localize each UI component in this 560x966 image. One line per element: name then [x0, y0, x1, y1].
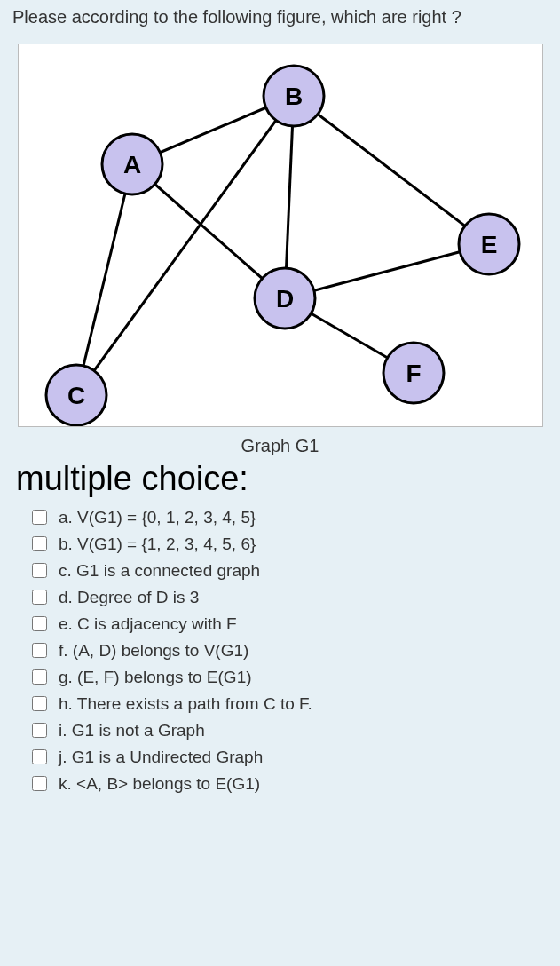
options-list: a. V(G1) = {0, 1, 2, 3, 4, 5} b. V(G1) =… — [12, 507, 548, 794]
option-k-label: k. <A, B> belongs to E(G1) — [59, 774, 260, 794]
option-h: h. There exists a path from C to F. — [28, 693, 548, 714]
option-a-label: a. V(G1) = {0, 1, 2, 3, 4, 5} — [59, 508, 256, 527]
option-k-checkbox[interactable] — [32, 776, 47, 791]
page: Please according to the following figure… — [0, 0, 560, 807]
svg-line-1 — [76, 164, 132, 395]
option-b: b. V(G1) = {1, 2, 3, 4, 5, 6} — [28, 534, 548, 554]
option-d: d. Degree of D is 3 — [28, 587, 548, 607]
option-b-checkbox[interactable] — [32, 536, 47, 551]
option-a-checkbox[interactable] — [32, 510, 47, 525]
option-f: f. (A, D) belongs to V(G1) — [28, 640, 548, 661]
option-i: i. G1 is not a Graph — [28, 720, 548, 740]
nodes: A B C D E F — [46, 66, 519, 425]
option-g: g. (E, F) belongs to E(G1) — [28, 667, 548, 687]
question-text: Please according to the following figure… — [12, 7, 548, 28]
node-b-label: B — [284, 83, 302, 110]
option-d-checkbox[interactable] — [32, 590, 47, 605]
option-f-label: f. (A, D) belongs to V(G1) — [59, 641, 248, 661]
option-j: j. G1 is a Undirected Graph — [28, 747, 548, 767]
graph-figure: A B C D E F — [18, 44, 543, 427]
option-e: e. C is adjacency with F — [28, 614, 548, 634]
node-c-label: C — [67, 382, 84, 409]
option-i-label: i. G1 is not a Graph — [59, 721, 205, 740]
option-h-label: h. There exists a path from C to F. — [59, 694, 312, 714]
option-h-checkbox[interactable] — [32, 696, 47, 711]
node-f-label: F — [406, 360, 421, 387]
node-e-label: E — [480, 231, 497, 258]
option-k: k. <A, B> belongs to E(G1) — [28, 773, 548, 794]
node-d-label: D — [275, 285, 293, 313]
option-e-checkbox[interactable] — [32, 616, 47, 631]
option-c-label: c. G1 is a connected graph — [59, 561, 260, 581]
option-j-label: j. G1 is a Undirected Graph — [59, 748, 263, 767]
option-b-label: b. V(G1) = {1, 2, 3, 4, 5, 6} — [59, 534, 256, 554]
option-g-checkbox[interactable] — [32, 669, 47, 685]
option-d-label: d. Degree of D is 3 — [59, 588, 199, 607]
option-a: a. V(G1) = {0, 1, 2, 3, 4, 5} — [28, 507, 548, 527]
figure-caption: Graph G1 — [12, 436, 548, 456]
svg-line-5 — [294, 96, 489, 244]
option-e-label: e. C is adjacency with F — [59, 614, 237, 634]
multiple-choice-title: multiple choice: — [16, 460, 548, 498]
graph-svg: A B C D E F — [19, 44, 542, 426]
option-j-checkbox[interactable] — [32, 749, 47, 764]
option-c-checkbox[interactable] — [32, 563, 47, 578]
option-f-checkbox[interactable] — [32, 643, 47, 658]
node-a-label: A — [122, 151, 140, 178]
option-c: c. G1 is a connected graph — [28, 560, 548, 581]
svg-line-6 — [285, 244, 489, 298]
option-i-checkbox[interactable] — [32, 723, 47, 738]
option-g-label: g. (E, F) belongs to E(G1) — [59, 668, 252, 687]
